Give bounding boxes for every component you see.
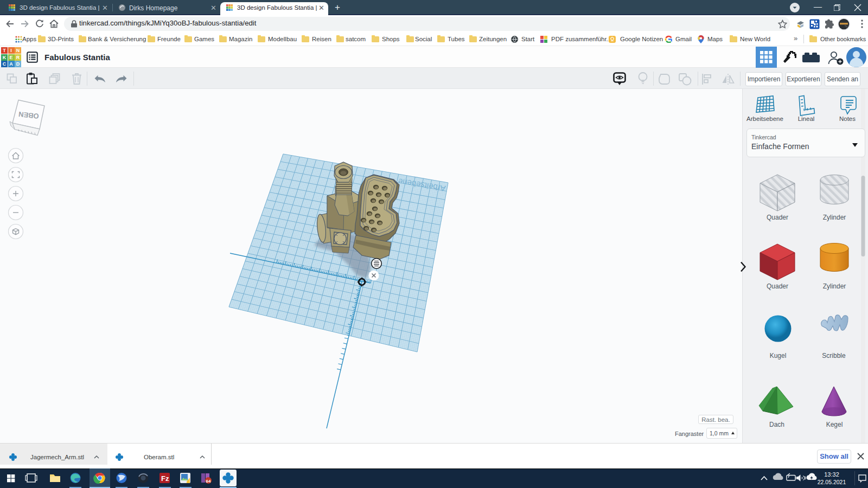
- svg-text:13:32: 13:32: [824, 471, 839, 478]
- svg-text:64: 64: [206, 479, 211, 484]
- svg-text:22.05.2021: 22.05.2021: [818, 479, 846, 485]
- svg-text:Fz: Fz: [161, 474, 169, 483]
